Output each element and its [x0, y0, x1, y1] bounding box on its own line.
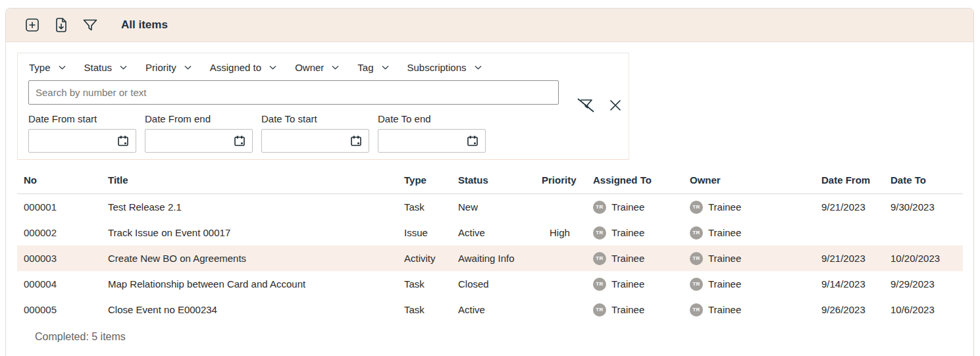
cell-type: Issue: [404, 227, 458, 238]
cell-type: Task: [404, 278, 458, 290]
cell-owner: TR Trainee: [690, 226, 821, 240]
cell-date-to: 9/30/2023: [890, 201, 956, 213]
plus-square-icon: [24, 17, 40, 33]
filter-actions: [573, 93, 623, 118]
cell-status: New: [458, 201, 542, 213]
chevron-down-icon: [381, 63, 390, 72]
cell-owner: TR Trainee: [690, 278, 821, 291]
calendar-icon[interactable]: [466, 134, 479, 147]
persona-name: Trainee: [611, 304, 644, 315]
cell-date-from: 9/14/2023: [821, 278, 890, 290]
date-field-label: Date From start: [28, 113, 136, 124]
table-row[interactable]: 000004 Map Relationship between Card and…: [17, 271, 963, 297]
column-header-no[interactable]: No: [24, 174, 108, 186]
clear-filter-icon[interactable]: [573, 93, 599, 118]
cell-type: Task: [404, 201, 458, 213]
cell-assigned-to: TR Trainee: [593, 252, 690, 265]
avatar: TR: [690, 303, 703, 317]
persona-name: Trainee: [708, 278, 741, 290]
document-arrow-down-icon: [54, 17, 68, 33]
date-field-label: Date From end: [145, 113, 253, 124]
date-from-end-field: Date From end: [145, 113, 253, 153]
column-header-title[interactable]: Title: [108, 174, 404, 186]
avatar: TR: [593, 226, 606, 240]
dropdown-label: Type: [29, 62, 51, 73]
filter-dropdown-subscriptions[interactable]: Subscriptions: [407, 62, 482, 73]
table-row[interactable]: 000003 Create New BO on Agreements Activ…: [17, 245, 963, 271]
date-field-label: Date To start: [261, 113, 369, 124]
cell-no: 000004: [24, 278, 108, 290]
cell-owner: TR Trainee: [690, 252, 821, 265]
column-header-date-from[interactable]: Date From: [821, 174, 890, 186]
date-from-start-input[interactable]: [28, 129, 136, 153]
filter-dropdown-assigned-to[interactable]: Assigned to: [210, 62, 277, 73]
search-input[interactable]: [28, 80, 559, 105]
add-item-button[interactable]: [24, 17, 40, 33]
cell-date-from: 9/26/2023: [821, 304, 890, 315]
calendar-icon[interactable]: [116, 134, 130, 147]
filter-dropdown-type[interactable]: Type: [29, 62, 66, 73]
chevron-down-icon: [58, 63, 66, 72]
items-panel: All items Type Status Priority Assigned …: [5, 8, 974, 356]
persona-name: Trainee: [708, 227, 741, 238]
dropdown-label: Assigned to: [210, 62, 261, 73]
table-row[interactable]: 000001 Test Release 2.1 Task New TR Trai…: [17, 194, 963, 220]
cell-no: 000003: [24, 253, 108, 264]
persona-name: Trainee: [611, 253, 644, 264]
items-table: No Title Type Status Priority Assigned T…: [17, 166, 963, 343]
calendar-icon[interactable]: [349, 134, 363, 147]
table-row[interactable]: 000005 Close Event no E000234 Task Activ…: [17, 297, 963, 322]
cell-date-from: 9/21/2023: [821, 253, 890, 264]
export-button[interactable]: [53, 17, 69, 33]
column-header-priority[interactable]: Priority: [542, 174, 593, 186]
cell-status: Active: [458, 227, 542, 238]
date-to-start-field: Date To start: [261, 113, 369, 153]
cell-assigned-to: TR Trainee: [593, 278, 690, 291]
cell-date-to: 9/29/2023: [890, 278, 956, 290]
table-row[interactable]: 000002 Track Issue on Event 00017 Issue …: [17, 220, 963, 245]
table-body: 000001 Test Release 2.1 Task New TR Trai…: [17, 194, 963, 322]
cell-status: Awaiting Info: [458, 253, 542, 264]
filter-dropdown-priority[interactable]: Priority: [145, 62, 192, 73]
cell-owner: TR Trainee: [690, 201, 821, 214]
avatar: TR: [593, 303, 606, 317]
dropdown-label: Priority: [145, 62, 176, 73]
cell-no: 000001: [24, 201, 108, 213]
status-bar: Completed: 5 items: [35, 331, 963, 343]
column-header-owner[interactable]: Owner: [690, 174, 821, 186]
column-header-type[interactable]: Type: [404, 174, 458, 186]
avatar: TR: [593, 278, 606, 291]
date-to-end-input[interactable]: [378, 129, 486, 153]
filter-dropdown-row: Type Status Priority Assigned to Owner T…: [18, 53, 629, 73]
cell-title: Create New BO on Agreements: [108, 253, 404, 264]
filter-panel: Type Status Priority Assigned to Owner T…: [17, 53, 629, 160]
date-from-start-field: Date From start: [28, 113, 136, 153]
date-filter-row: Date From start Date From end: [28, 113, 629, 153]
filter-dropdown-owner[interactable]: Owner: [295, 62, 340, 73]
chevron-down-icon: [269, 63, 277, 72]
date-to-start-input[interactable]: [261, 129, 369, 153]
close-icon[interactable]: [607, 97, 623, 113]
filter-button[interactable]: [82, 17, 98, 33]
view-title: All items: [121, 18, 168, 32]
cell-title: Close Event no E000234: [108, 304, 404, 315]
column-header-date-to[interactable]: Date To: [890, 174, 956, 186]
cell-owner: TR Trainee: [690, 303, 821, 317]
cell-title: Test Release 2.1: [108, 201, 404, 213]
avatar: TR: [690, 252, 703, 265]
dropdown-label: Owner: [295, 62, 324, 73]
cell-priority: High: [542, 227, 593, 238]
filter-dropdown-tag[interactable]: Tag: [357, 62, 389, 73]
filter-icon: [82, 17, 99, 33]
calendar-icon[interactable]: [233, 134, 246, 147]
cell-title: Map Relationship between Card and Accoun…: [108, 278, 404, 290]
avatar: TR: [690, 201, 703, 214]
cell-type: Task: [404, 304, 458, 315]
column-header-status[interactable]: Status: [458, 174, 542, 186]
chevron-down-icon: [331, 63, 340, 72]
date-from-end-input[interactable]: [145, 129, 253, 153]
persona-name: Trainee: [611, 278, 644, 290]
filter-dropdown-status[interactable]: Status: [84, 62, 128, 73]
column-header-assigned-to[interactable]: Assigned To: [593, 174, 690, 186]
dropdown-label: Status: [84, 62, 113, 73]
